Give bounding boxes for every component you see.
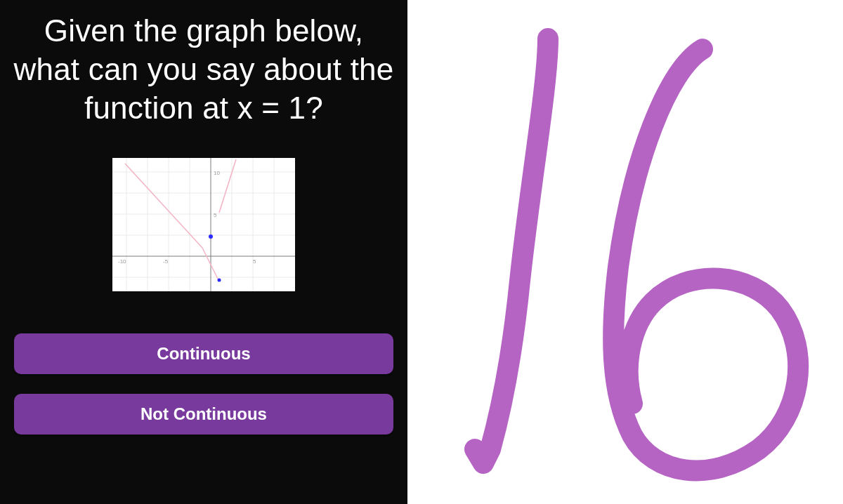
graph-svg: -10 -5 5 10 5 [112, 158, 295, 291]
tick-neg5: -5 [163, 258, 169, 265]
stage: Given the graph below, what can you say … [0, 0, 843, 504]
function-graph: -10 -5 5 10 5 [112, 158, 295, 291]
graph-point-x1 [218, 279, 221, 282]
question-text: Given the graph below, what can you say … [10, 11, 398, 127]
tick-y5: 5 [214, 212, 217, 218]
quiz-panel: Given the graph below, what can you say … [0, 0, 407, 504]
tick-5: 5 [253, 258, 256, 265]
svg-line-16 [219, 159, 236, 213]
answers-list: Continuous Not Continuous [10, 333, 398, 435]
tick-neg10: -10 [118, 258, 126, 265]
handwriting-16 [475, 39, 798, 470]
graph-point-defined [209, 234, 213, 239]
handwriting-svg [407, 0, 843, 504]
answer-not-continuous[interactable]: Not Continuous [14, 394, 393, 435]
tick-y10: 10 [214, 170, 220, 176]
answer-continuous[interactable]: Continuous [14, 333, 393, 374]
handwriting-canvas[interactable] [407, 0, 843, 504]
